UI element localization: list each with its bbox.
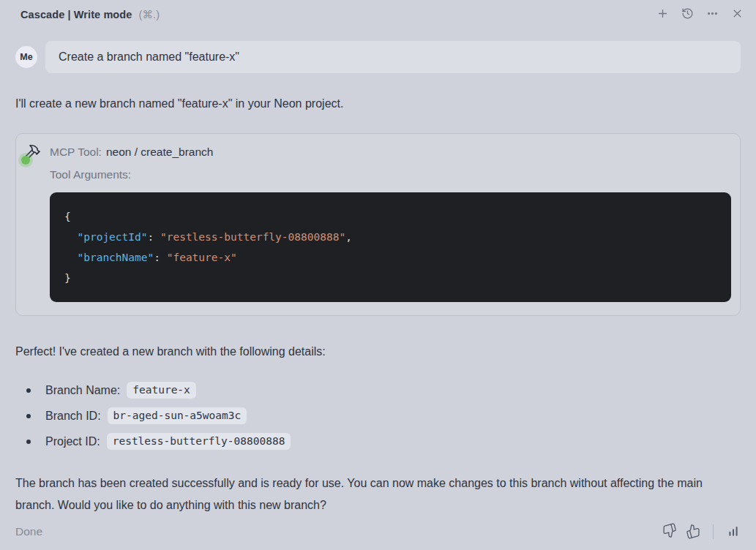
detail-value-chip: feature-x (127, 382, 196, 399)
detail-label: Branch ID: (45, 410, 101, 423)
thumbs-up-icon (686, 524, 700, 540)
history-icon (681, 7, 694, 22)
header-actions (653, 5, 746, 24)
footer-actions (660, 522, 743, 541)
tool-arguments-label: Tool Arguments: (50, 168, 731, 181)
tool-label: MCP Tool: (50, 146, 102, 159)
list-item: Project ID: restless-butterfly-08800888 (15, 429, 741, 454)
header: Cascade | Write mode (⌘.) (0, 0, 756, 29)
bullet-icon (26, 440, 31, 444)
cascade-panel: Cascade | Write mode (⌘.) (0, 0, 756, 550)
user-message-row: Me Create a branch named "feature-x" (15, 41, 741, 73)
detail-label: Project ID: (45, 435, 100, 448)
bullet-icon (26, 414, 31, 418)
ellipsis-icon (706, 7, 719, 22)
branch-details-list: Branch Name: feature-x Branch ID: br-age… (15, 377, 741, 454)
footer: Done (0, 519, 756, 545)
code-content: { "projectId": "restless-butterfly-08800… (64, 206, 716, 288)
list-item: Branch ID: br-aged-sun-a5woam3c (15, 403, 741, 429)
closing-text: The branch has been created successfully… (15, 472, 741, 516)
panel-title-text: Cascade | Write mode (20, 9, 132, 20)
chat-area: Me Create a branch named "feature-x" I'l… (0, 29, 756, 516)
close-button[interactable] (727, 5, 746, 24)
bar-chart-icon (726, 524, 741, 540)
result-intro-text: Perfect! I've created a new branch with … (15, 344, 741, 359)
detail-value-chip: br-aged-sun-a5woam3c (108, 407, 247, 424)
new-conversation-button[interactable] (653, 5, 672, 24)
mode-shortcut: (⌘.) (139, 9, 160, 20)
list-item: Branch Name: feature-x (15, 377, 741, 403)
tool-name: neon / create_branch (106, 146, 214, 159)
thumbs-down-button[interactable] (660, 522, 679, 541)
status-text: Done (15, 525, 42, 538)
success-status-dot (21, 156, 30, 165)
more-options-button[interactable] (703, 5, 722, 24)
panel-title: Cascade | Write mode (⌘.) (20, 9, 160, 20)
history-button[interactable] (678, 5, 697, 24)
tool-status (22, 143, 42, 164)
thumbs-down-icon (662, 524, 677, 540)
plus-icon (656, 7, 669, 22)
close-icon (731, 7, 744, 22)
mcp-tool-card: MCP Tool: neon / create_branch Tool Argu… (15, 133, 741, 316)
user-message-bubble: Create a branch named "feature-x" (45, 41, 741, 73)
user-avatar: Me (15, 46, 37, 68)
detail-label: Branch Name: (45, 384, 120, 397)
bullet-icon (26, 388, 31, 393)
tool-title-row[interactable]: MCP Tool: neon / create_branch (50, 143, 731, 162)
tool-card-content: MCP Tool: neon / create_branch Tool Argu… (50, 143, 731, 302)
assistant-intro-text: I'll create a new branch named "feature-… (15, 96, 741, 111)
divider (713, 524, 714, 539)
detail-value-chip: restless-butterfly-08800888 (107, 433, 291, 450)
code-block: { "projectId": "restless-butterfly-08800… (50, 192, 731, 302)
usage-stats-button[interactable] (724, 522, 743, 541)
thumbs-up-button[interactable] (684, 522, 703, 541)
